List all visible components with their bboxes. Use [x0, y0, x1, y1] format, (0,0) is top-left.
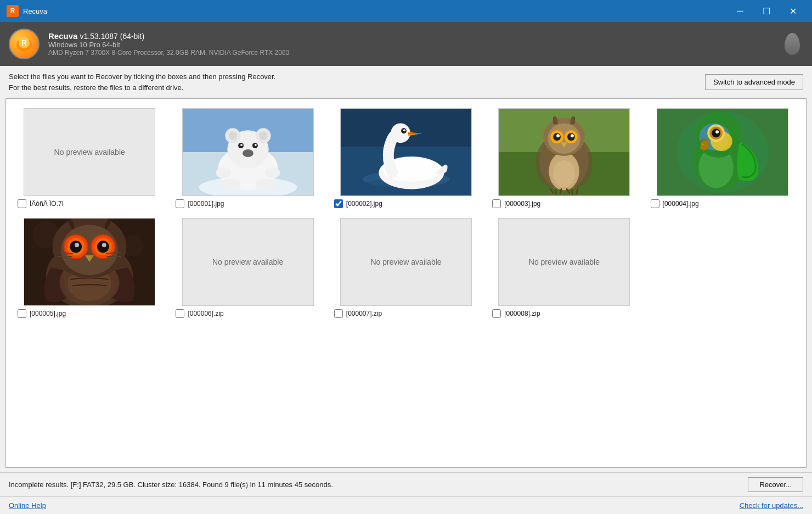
file-preview	[340, 108, 472, 196]
svg-point-10	[228, 131, 237, 140]
svg-point-27	[391, 123, 410, 143]
file-item: [000002].jpg	[327, 103, 485, 213]
file-grid-container: No preview availableÌÂòñÂ ÏÓ.7ì	[5, 98, 807, 468]
file-preview	[498, 108, 630, 196]
file-preview: No preview available	[340, 218, 472, 306]
file-item: No preview availableÌÂòñÂ ÏÓ.7ì	[10, 103, 168, 213]
file-label-row: ÌÂòñÂ ÏÓ.7ì	[15, 199, 163, 208]
svg-point-59	[700, 138, 708, 144]
svg-text:R: R	[21, 38, 27, 47]
svg-point-46	[557, 134, 560, 137]
file-checkbox[interactable]	[18, 309, 26, 318]
instruction-bar: Select the files you want to Recover by …	[0, 66, 812, 98]
file-name-label: [000004].jpg	[663, 200, 699, 208]
window-title: Recuva	[23, 7, 728, 15]
svg-point-39	[554, 160, 576, 188]
minimize-button[interactable]: ─	[728, 0, 753, 22]
status-bar: Incomplete results. [F:] FAT32, 29.5 GB.…	[0, 472, 812, 496]
app-header: R Recuva v1.53.1087 (64-bit) Windows 10 …	[0, 22, 812, 66]
app-logo: R	[9, 29, 40, 59]
recover-button[interactable]: Recover...	[748, 477, 803, 492]
file-preview	[657, 108, 788, 196]
file-label-row: [000006].zip	[173, 309, 322, 318]
file-checkbox[interactable]	[492, 199, 501, 208]
file-checkbox[interactable]	[651, 199, 659, 208]
svg-point-47	[571, 134, 574, 137]
svg-point-18	[255, 178, 275, 192]
svg-point-58	[715, 130, 719, 133]
file-item: [000004].jpg	[644, 103, 802, 213]
file-preview	[24, 218, 155, 306]
file-preview	[182, 108, 314, 196]
piriform-logo	[781, 30, 803, 58]
close-button[interactable]: ✕	[780, 0, 805, 22]
file-item: No preview available[000007].zip	[327, 213, 485, 323]
instruction-line2: For the best results, restore the files …	[9, 82, 275, 93]
file-label-row: [000001].jpg	[173, 199, 322, 208]
no-preview-label: No preview available	[370, 258, 441, 266]
file-checkbox[interactable]	[492, 309, 501, 318]
instruction-text: Select the files you want to Recover by …	[9, 71, 275, 93]
file-checkbox[interactable]	[334, 199, 343, 208]
svg-point-19	[216, 167, 231, 178]
file-label-row: [000002].jpg	[332, 199, 480, 208]
file-checkbox[interactable]	[334, 309, 343, 318]
svg-point-11	[258, 131, 267, 140]
app-icon: R	[7, 5, 19, 17]
file-grid: No preview availableÌÂòñÂ ÏÓ.7ì	[6, 99, 806, 327]
file-item: [000001].jpg	[168, 103, 326, 213]
file-name-label: [000002].jpg	[346, 200, 382, 208]
status-text: Incomplete results. [F:] FAT32, 29.5 GB.…	[9, 481, 333, 489]
file-label-row: [000004].jpg	[649, 199, 797, 208]
file-item: No preview available[000008].zip	[485, 213, 643, 323]
teardrop-icon	[785, 33, 800, 55]
file-checkbox[interactable]	[176, 309, 184, 318]
file-label-row: [000008].zip	[490, 309, 638, 318]
svg-point-20	[264, 167, 280, 178]
app-name-label: Recuva v1.53.1087 (64-bit)	[48, 31, 772, 41]
no-preview-label: No preview available	[529, 258, 600, 266]
svg-point-15	[254, 144, 256, 146]
footer: Online Help Check for updates...	[0, 496, 812, 514]
file-label-row: [000005].jpg	[15, 309, 163, 318]
file-label-row: [000007].zip	[332, 309, 480, 318]
instruction-line1: Select the files you want to Recover by …	[9, 71, 275, 82]
file-checkbox[interactable]	[176, 199, 184, 208]
maximize-button[interactable]: ☐	[754, 0, 779, 22]
check-updates-link[interactable]: Check for updates...	[740, 501, 803, 510]
file-preview: No preview available	[24, 108, 155, 196]
file-label-row: [000003].jpg	[490, 199, 638, 208]
file-name-label: [000007].zip	[346, 310, 382, 317]
svg-point-76	[102, 243, 106, 247]
no-preview-label: No preview available	[54, 148, 125, 157]
file-preview: No preview available	[182, 218, 314, 306]
file-name-label: [000003].jpg	[504, 200, 540, 208]
window-controls: ─ ☐ ✕	[728, 0, 805, 22]
svg-point-17	[221, 178, 240, 192]
online-help-link[interactable]: Online Help	[9, 501, 46, 510]
main-content: Select the files you want to Recover by …	[0, 66, 812, 496]
hardware-label: AMD Ryzen 7 3700X 8-Core Processor, 32.0…	[48, 49, 772, 57]
no-preview-label: No preview available	[212, 258, 283, 266]
file-name-label: [000006].zip	[188, 310, 223, 317]
advanced-mode-button[interactable]: Switch to advanced mode	[705, 74, 803, 90]
file-item: [000003].jpg	[485, 103, 643, 213]
app-info: Recuva v1.53.1087 (64-bit) Windows 10 Pr…	[48, 31, 772, 57]
file-item: No preview available[000006].zip	[168, 213, 326, 323]
file-name-label: [000005].jpg	[30, 310, 66, 317]
svg-point-16	[243, 149, 253, 157]
file-name-label: [000001].jpg	[188, 200, 224, 208]
os-label: Windows 10 Pro 64-bit	[48, 41, 772, 49]
file-preview: No preview available	[498, 218, 630, 306]
svg-point-75	[75, 243, 79, 247]
svg-point-30	[403, 129, 405, 131]
file-name-label: [000008].zip	[504, 310, 540, 317]
svg-point-14	[240, 144, 243, 146]
file-item: [000005].jpg	[10, 213, 168, 323]
file-name-label: ÌÂòñÂ ÏÓ.7ì	[30, 200, 64, 208]
file-checkbox[interactable]	[18, 199, 26, 208]
titlebar: R Recuva ─ ☐ ✕	[0, 0, 812, 22]
